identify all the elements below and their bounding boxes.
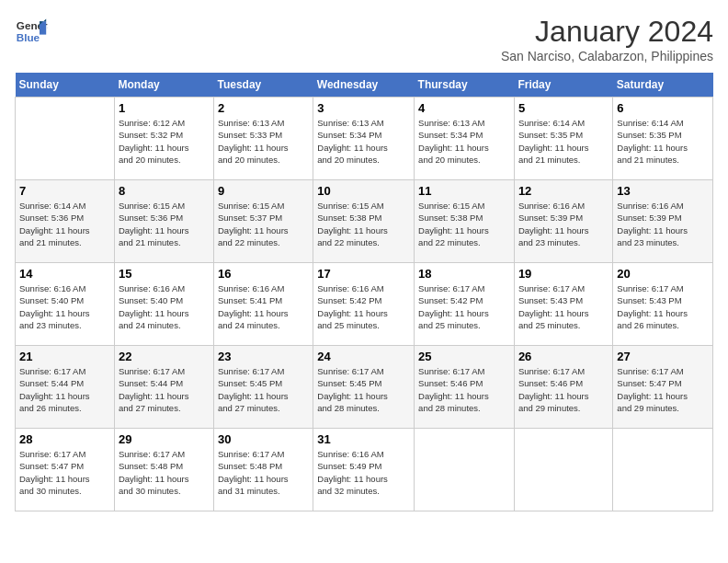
day-info: Sunrise: 6:13 AM Sunset: 5:33 PM Dayligh…	[218, 117, 309, 166]
day-number: 19	[518, 267, 609, 281]
calendar-cell: 6Sunrise: 6:14 AM Sunset: 5:35 PM Daylig…	[613, 98, 713, 180]
day-info: Sunrise: 6:16 AM Sunset: 5:39 PM Dayligh…	[617, 200, 709, 248]
day-number: 23	[218, 350, 309, 363]
day-info: Sunrise: 6:17 AM Sunset: 5:44 PM Dayligh…	[119, 365, 210, 414]
logo-icon: General Blue	[15, 15, 48, 48]
calendar-cell: 27Sunrise: 6:17 AM Sunset: 5:47 PM Dayli…	[613, 346, 713, 429]
day-info: Sunrise: 6:15 AM Sunset: 5:37 PM Dayligh…	[218, 200, 309, 248]
calendar-cell: 9Sunrise: 6:15 AM Sunset: 5:37 PM Daylig…	[214, 180, 313, 263]
day-info: Sunrise: 6:17 AM Sunset: 5:45 PM Dayligh…	[218, 365, 309, 414]
calendar-cell: 16Sunrise: 6:16 AM Sunset: 5:41 PM Dayli…	[214, 263, 313, 346]
calendar-cell: 11Sunrise: 6:15 AM Sunset: 5:38 PM Dayli…	[415, 180, 515, 263]
calendar-cell: 25Sunrise: 6:17 AM Sunset: 5:46 PM Dayli…	[415, 346, 515, 429]
calendar-cell: 3Sunrise: 6:13 AM Sunset: 5:34 PM Daylig…	[313, 98, 415, 180]
day-number: 29	[119, 432, 210, 446]
column-header-wednesday: Wednesday	[313, 73, 415, 98]
day-info: Sunrise: 6:17 AM Sunset: 5:43 PM Dayligh…	[617, 282, 709, 331]
calendar-cell: 31Sunrise: 6:16 AM Sunset: 5:49 PM Dayli…	[313, 429, 415, 511]
day-number: 2	[218, 101, 309, 115]
calendar-cell: 14Sunrise: 6:16 AM Sunset: 5:40 PM Dayli…	[16, 263, 115, 346]
calendar-title: January 2024	[501, 15, 713, 49]
day-info: Sunrise: 6:17 AM Sunset: 5:48 PM Dayligh…	[119, 448, 210, 497]
calendar-table: SundayMondayTuesdayWednesdayThursdayFrid…	[15, 73, 713, 511]
day-number: 8	[119, 184, 210, 198]
column-header-friday: Friday	[514, 73, 612, 98]
day-info: Sunrise: 6:14 AM Sunset: 5:35 PM Dayligh…	[518, 117, 609, 166]
column-header-monday: Monday	[114, 73, 213, 98]
calendar-cell	[16, 98, 115, 180]
day-info: Sunrise: 6:16 AM Sunset: 5:42 PM Dayligh…	[317, 282, 410, 331]
day-number: 1	[119, 101, 210, 115]
day-info: Sunrise: 6:14 AM Sunset: 5:35 PM Dayligh…	[617, 117, 709, 166]
day-info: Sunrise: 6:17 AM Sunset: 5:47 PM Dayligh…	[617, 365, 709, 414]
calendar-cell	[415, 429, 515, 511]
day-info: Sunrise: 6:15 AM Sunset: 5:38 PM Dayligh…	[317, 200, 410, 248]
day-number: 28	[19, 432, 110, 446]
day-info: Sunrise: 6:16 AM Sunset: 5:40 PM Dayligh…	[19, 282, 110, 331]
svg-text:Blue: Blue	[17, 31, 40, 43]
day-info: Sunrise: 6:17 AM Sunset: 5:47 PM Dayligh…	[19, 448, 110, 497]
day-info: Sunrise: 6:16 AM Sunset: 5:49 PM Dayligh…	[317, 448, 410, 497]
day-number: 15	[119, 267, 210, 281]
calendar-cell: 19Sunrise: 6:17 AM Sunset: 5:43 PM Dayli…	[514, 263, 612, 346]
day-info: Sunrise: 6:17 AM Sunset: 5:46 PM Dayligh…	[518, 365, 609, 414]
calendar-cell: 30Sunrise: 6:17 AM Sunset: 5:48 PM Dayli…	[214, 429, 313, 511]
day-number: 6	[617, 101, 709, 115]
calendar-week-row: 21Sunrise: 6:17 AM Sunset: 5:44 PM Dayli…	[16, 346, 713, 429]
column-header-sunday: Sunday	[16, 73, 115, 98]
day-number: 25	[418, 350, 510, 363]
calendar-cell	[514, 429, 612, 511]
logo: General Blue	[15, 15, 48, 48]
column-header-tuesday: Tuesday	[214, 73, 313, 98]
day-number: 13	[617, 184, 709, 198]
calendar-cell: 23Sunrise: 6:17 AM Sunset: 5:45 PM Dayli…	[214, 346, 313, 429]
calendar-cell: 12Sunrise: 6:16 AM Sunset: 5:39 PM Dayli…	[514, 180, 612, 263]
title-area: January 2024 San Narciso, Calabarzon, Ph…	[501, 15, 713, 63]
day-number: 11	[418, 184, 510, 198]
day-number: 3	[317, 101, 410, 115]
calendar-cell: 28Sunrise: 6:17 AM Sunset: 5:47 PM Dayli…	[16, 429, 115, 511]
day-info: Sunrise: 6:17 AM Sunset: 5:46 PM Dayligh…	[418, 365, 510, 414]
day-info: Sunrise: 6:13 AM Sunset: 5:34 PM Dayligh…	[317, 117, 410, 166]
calendar-cell: 10Sunrise: 6:15 AM Sunset: 5:38 PM Dayli…	[313, 180, 415, 263]
calendar-cell: 26Sunrise: 6:17 AM Sunset: 5:46 PM Dayli…	[514, 346, 612, 429]
day-number: 10	[317, 184, 410, 198]
calendar-cell: 22Sunrise: 6:17 AM Sunset: 5:44 PM Dayli…	[114, 346, 213, 429]
day-number: 7	[19, 184, 110, 198]
day-number: 30	[218, 432, 309, 446]
day-info: Sunrise: 6:17 AM Sunset: 5:48 PM Dayligh…	[218, 448, 309, 497]
day-number: 4	[418, 101, 510, 115]
day-info: Sunrise: 6:17 AM Sunset: 5:42 PM Dayligh…	[418, 282, 510, 331]
calendar-header-row: SundayMondayTuesdayWednesdayThursdayFrid…	[16, 73, 713, 98]
calendar-week-row: 14Sunrise: 6:16 AM Sunset: 5:40 PM Dayli…	[16, 263, 713, 346]
calendar-cell: 2Sunrise: 6:13 AM Sunset: 5:33 PM Daylig…	[214, 98, 313, 180]
calendar-cell: 8Sunrise: 6:15 AM Sunset: 5:36 PM Daylig…	[114, 180, 213, 263]
day-info: Sunrise: 6:16 AM Sunset: 5:39 PM Dayligh…	[518, 200, 609, 248]
calendar-cell: 15Sunrise: 6:16 AM Sunset: 5:40 PM Dayli…	[114, 263, 213, 346]
day-info: Sunrise: 6:16 AM Sunset: 5:40 PM Dayligh…	[119, 282, 210, 331]
calendar-cell: 21Sunrise: 6:17 AM Sunset: 5:44 PM Dayli…	[16, 346, 115, 429]
day-number: 21	[19, 350, 110, 363]
day-info: Sunrise: 6:15 AM Sunset: 5:38 PM Dayligh…	[418, 200, 510, 248]
day-number: 12	[518, 184, 609, 198]
day-number: 31	[317, 432, 410, 446]
day-info: Sunrise: 6:17 AM Sunset: 5:45 PM Dayligh…	[317, 365, 410, 414]
day-number: 27	[617, 350, 709, 363]
day-info: Sunrise: 6:14 AM Sunset: 5:36 PM Dayligh…	[19, 200, 110, 248]
calendar-cell: 13Sunrise: 6:16 AM Sunset: 5:39 PM Dayli…	[613, 180, 713, 263]
header: General Blue January 2024 San Narciso, C…	[15, 15, 713, 63]
calendar-week-row: 1Sunrise: 6:12 AM Sunset: 5:32 PM Daylig…	[16, 98, 713, 180]
day-info: Sunrise: 6:17 AM Sunset: 5:43 PM Dayligh…	[518, 282, 609, 331]
day-number: 26	[518, 350, 609, 363]
calendar-cell: 5Sunrise: 6:14 AM Sunset: 5:35 PM Daylig…	[514, 98, 612, 180]
day-number: 18	[418, 267, 510, 281]
calendar-subtitle: San Narciso, Calabarzon, Philippines	[501, 49, 713, 63]
calendar-week-row: 28Sunrise: 6:17 AM Sunset: 5:47 PM Dayli…	[16, 429, 713, 511]
day-info: Sunrise: 6:16 AM Sunset: 5:41 PM Dayligh…	[218, 282, 309, 331]
day-info: Sunrise: 6:12 AM Sunset: 5:32 PM Dayligh…	[119, 117, 210, 166]
calendar-cell: 29Sunrise: 6:17 AM Sunset: 5:48 PM Dayli…	[114, 429, 213, 511]
day-number: 24	[317, 350, 410, 363]
column-header-thursday: Thursday	[415, 73, 515, 98]
calendar-week-row: 7Sunrise: 6:14 AM Sunset: 5:36 PM Daylig…	[16, 180, 713, 263]
day-number: 14	[19, 267, 110, 281]
